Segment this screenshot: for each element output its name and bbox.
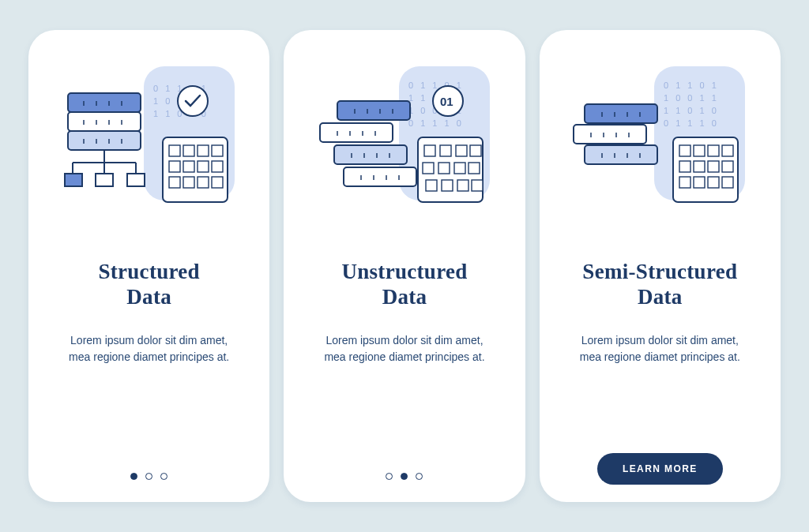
svg-rect-89 — [679, 145, 690, 156]
svg-rect-95 — [708, 161, 719, 172]
svg-rect-42 — [127, 174, 145, 186]
svg-rect-103 — [585, 145, 657, 164]
svg-rect-9 — [183, 145, 194, 156]
svg-rect-66 — [344, 167, 416, 186]
svg-rect-8 — [169, 145, 180, 156]
card-title: Unstructured Data — [341, 259, 467, 310]
svg-rect-51 — [424, 145, 435, 156]
svg-rect-56 — [438, 163, 450, 174]
svg-rect-100 — [722, 177, 733, 188]
svg-rect-94 — [694, 161, 705, 172]
svg-rect-101 — [585, 104, 657, 123]
svg-rect-22 — [68, 131, 141, 150]
svg-rect-61 — [457, 180, 468, 191]
svg-rect-14 — [198, 161, 209, 172]
pager-dot-1[interactable] — [386, 473, 393, 480]
svg-text:0 1 1 1 0: 0 1 1 1 0 — [664, 118, 719, 128]
svg-rect-11 — [212, 145, 223, 156]
pagination-dots — [130, 473, 167, 480]
svg-rect-55 — [423, 163, 434, 174]
svg-rect-58 — [468, 163, 480, 174]
svg-rect-53 — [456, 145, 467, 156]
structured-data-illustration: 0 1 1 0 1 1 0 1 0 1 1 1 0 1 0 — [58, 62, 240, 227]
svg-rect-13 — [183, 161, 194, 172]
svg-rect-41 — [96, 174, 113, 186]
svg-text:1 0 0 1 1: 1 0 0 1 1 — [664, 93, 719, 103]
onboarding-card-structured: 0 1 1 0 1 1 0 1 0 1 1 1 0 1 0 — [28, 30, 269, 502]
pager-dot-2[interactable] — [145, 473, 152, 480]
svg-rect-93 — [679, 161, 690, 172]
pagination-dots — [386, 473, 423, 480]
card-title: Structured Data — [98, 259, 200, 310]
svg-text:1 1 0 1 0: 1 1 0 1 0 — [664, 106, 719, 115]
svg-rect-57 — [454, 163, 465, 174]
svg-rect-96 — [722, 161, 733, 172]
svg-rect-20 — [68, 93, 141, 112]
svg-rect-15 — [212, 161, 223, 172]
svg-rect-10 — [198, 145, 209, 156]
svg-rect-91 — [708, 145, 719, 156]
svg-rect-98 — [694, 177, 705, 188]
svg-rect-90 — [694, 145, 705, 156]
svg-rect-52 — [440, 145, 451, 156]
svg-rect-102 — [574, 125, 646, 144]
semi-structured-data-illustration: 0 1 1 0 1 1 0 0 1 1 1 1 0 1 0 0 1 1 1 0 — [569, 62, 751, 227]
svg-rect-65 — [334, 145, 407, 164]
svg-rect-54 — [470, 145, 481, 156]
onboarding-card-unstructured: 0 1 1 0 1 1 1 0 1 0 1 0 0 1 1 0 1 1 1 0 … — [284, 30, 525, 502]
svg-rect-16 — [169, 177, 180, 188]
svg-rect-62 — [472, 180, 483, 191]
svg-rect-21 — [68, 112, 141, 131]
svg-rect-17 — [183, 177, 194, 188]
svg-rect-59 — [426, 180, 437, 191]
onboarding-card-semistructured: 0 1 1 0 1 1 0 0 1 1 1 1 0 1 0 0 1 1 1 0 … — [540, 30, 781, 502]
pager-dot-3[interactable] — [160, 473, 167, 480]
pager-dot-1[interactable] — [130, 473, 137, 480]
pager-dot-3[interactable] — [416, 473, 423, 480]
svg-rect-63 — [337, 101, 410, 120]
svg-rect-92 — [722, 145, 733, 156]
svg-rect-60 — [442, 180, 453, 191]
card-description: Lorem ipsum dolor sit dim amet, mea regi… — [318, 332, 491, 366]
svg-text:01: 01 — [440, 95, 453, 108]
svg-rect-12 — [169, 161, 180, 172]
unstructured-data-illustration: 0 1 1 0 1 1 1 0 1 0 1 0 0 1 1 0 1 1 1 0 … — [314, 62, 495, 227]
pager-dot-2[interactable] — [401, 473, 408, 480]
svg-point-6 — [178, 86, 208, 116]
learn-more-button[interactable]: LEARN MORE — [597, 453, 723, 485]
svg-rect-19 — [212, 177, 223, 188]
svg-rect-99 — [708, 177, 719, 188]
card-description: Lorem ipsum dolor sit dim amet, mea regi… — [573, 332, 747, 366]
svg-rect-18 — [198, 177, 209, 188]
card-title: Semi-Structured Data — [582, 259, 737, 310]
svg-text:0 1 1 0 1: 0 1 1 0 1 — [664, 81, 719, 90]
svg-rect-40 — [65, 174, 82, 186]
card-description: Lorem ipsum dolor sit dim amet, mea regi… — [62, 332, 236, 366]
svg-rect-97 — [679, 177, 690, 188]
svg-rect-64 — [320, 123, 393, 142]
svg-text:0 1 1 1 0: 0 1 1 1 0 — [408, 118, 464, 128]
